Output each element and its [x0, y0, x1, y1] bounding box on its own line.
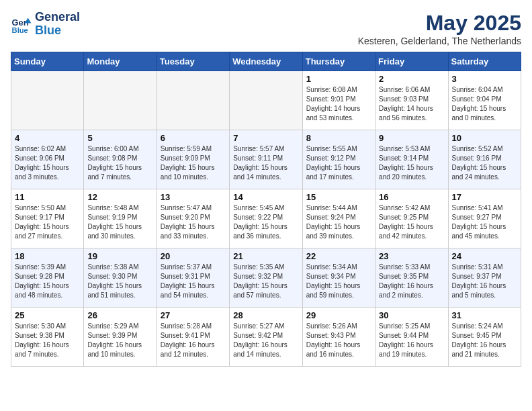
day-info: Sunrise: 5:50 AM Sunset: 9:17 PM Dayligh… [15, 203, 80, 241]
day-info: Sunrise: 5:35 AM Sunset: 9:32 PM Dayligh… [233, 263, 298, 300]
day-cell: 1Sunrise: 6:08 AM Sunset: 9:01 PM Daylig… [302, 71, 375, 130]
day-number: 13 [161, 192, 226, 202]
day-cell: 7Sunrise: 5:57 AM Sunset: 9:11 PM Daylig… [230, 130, 302, 189]
day-info: Sunrise: 5:25 AM Sunset: 9:44 PM Dayligh… [379, 322, 444, 359]
day-info: Sunrise: 5:33 AM Sunset: 9:35 PM Dayligh… [379, 263, 444, 300]
day-cell: 21Sunrise: 5:35 AM Sunset: 9:32 PM Dayli… [230, 248, 302, 308]
day-cell: 6Sunrise: 5:59 AM Sunset: 9:09 PM Daylig… [157, 130, 229, 189]
day-cell: 11Sunrise: 5:50 AM Sunset: 9:17 PM Dayli… [11, 189, 84, 248]
day-number: 26 [87, 310, 152, 320]
week-row-4: 18Sunrise: 5:39 AM Sunset: 9:28 PM Dayli… [11, 248, 521, 308]
day-info: Sunrise: 5:41 AM Sunset: 9:27 PM Dayligh… [452, 203, 517, 241]
logo-general: General [35, 11, 80, 24]
day-cell: 14Sunrise: 5:45 AM Sunset: 9:22 PM Dayli… [230, 189, 302, 248]
page-header: Gen Blue General Blue May 2025 Kesteren,… [11, 11, 521, 46]
day-cell [11, 71, 84, 130]
col-friday: Friday [375, 52, 448, 71]
day-number: 23 [379, 251, 444, 261]
day-number: 18 [15, 251, 80, 261]
day-cell: 18Sunrise: 5:39 AM Sunset: 9:28 PM Dayli… [11, 248, 84, 308]
day-number: 27 [161, 310, 226, 320]
day-number: 28 [233, 310, 298, 320]
logo-icon: Gen Blue [11, 13, 32, 35]
location: Kesteren, Gelderland, The Netherlands [358, 36, 521, 46]
svg-text:Blue: Blue [12, 26, 28, 34]
col-sunday: Sunday [11, 52, 84, 71]
day-number: 3 [452, 74, 517, 84]
day-info: Sunrise: 5:27 AM Sunset: 9:42 PM Dayligh… [233, 322, 298, 359]
day-info: Sunrise: 5:39 AM Sunset: 9:28 PM Dayligh… [15, 263, 80, 300]
day-cell: 23Sunrise: 5:33 AM Sunset: 9:35 PM Dayli… [375, 248, 448, 308]
day-info: Sunrise: 5:57 AM Sunset: 9:11 PM Dayligh… [233, 144, 298, 182]
day-number: 1 [306, 74, 371, 84]
day-cell: 13Sunrise: 5:47 AM Sunset: 9:20 PM Dayli… [157, 189, 229, 248]
calendar-header: SundayMondayTuesdayWednesdayThursdayFrid… [11, 52, 521, 71]
day-info: Sunrise: 5:59 AM Sunset: 9:09 PM Dayligh… [161, 144, 226, 182]
day-number: 24 [452, 251, 517, 261]
day-info: Sunrise: 6:04 AM Sunset: 9:04 PM Dayligh… [452, 85, 517, 123]
day-info: Sunrise: 5:53 AM Sunset: 9:14 PM Dayligh… [379, 144, 444, 182]
logo: Gen Blue General Blue [11, 11, 80, 38]
day-cell: 28Sunrise: 5:27 AM Sunset: 9:42 PM Dayli… [230, 308, 302, 367]
day-info: Sunrise: 5:45 AM Sunset: 9:22 PM Dayligh… [233, 203, 298, 241]
day-cell: 3Sunrise: 6:04 AM Sunset: 9:04 PM Daylig… [448, 71, 521, 130]
day-number: 12 [87, 192, 152, 202]
day-info: Sunrise: 6:06 AM Sunset: 9:03 PM Dayligh… [379, 85, 444, 123]
day-cell: 10Sunrise: 5:52 AM Sunset: 9:16 PM Dayli… [448, 130, 521, 189]
day-number: 5 [87, 133, 152, 143]
day-info: Sunrise: 5:31 AM Sunset: 9:37 PM Dayligh… [452, 263, 517, 300]
day-cell: 29Sunrise: 5:26 AM Sunset: 9:43 PM Dayli… [302, 308, 375, 367]
day-cell [230, 71, 302, 130]
day-number: 15 [306, 192, 371, 202]
day-cell: 26Sunrise: 5:29 AM Sunset: 9:39 PM Dayli… [84, 308, 157, 367]
col-monday: Monday [84, 52, 157, 71]
title-block: May 2025 Kesteren, Gelderland, The Nethe… [358, 11, 521, 46]
week-row-2: 4Sunrise: 6:02 AM Sunset: 9:06 PM Daylig… [11, 130, 521, 189]
day-cell: 16Sunrise: 5:42 AM Sunset: 9:25 PM Dayli… [375, 189, 448, 248]
col-wednesday: Wednesday [230, 52, 302, 71]
week-row-1: 1Sunrise: 6:08 AM Sunset: 9:01 PM Daylig… [11, 71, 521, 130]
day-info: Sunrise: 5:42 AM Sunset: 9:25 PM Dayligh… [379, 203, 444, 241]
day-cell: 4Sunrise: 6:02 AM Sunset: 9:06 PM Daylig… [11, 130, 84, 189]
day-cell: 5Sunrise: 6:00 AM Sunset: 9:08 PM Daylig… [84, 130, 157, 189]
day-info: Sunrise: 6:08 AM Sunset: 9:01 PM Dayligh… [306, 85, 371, 123]
day-number: 20 [161, 251, 226, 261]
day-cell: 24Sunrise: 5:31 AM Sunset: 9:37 PM Dayli… [448, 248, 521, 308]
day-cell: 15Sunrise: 5:44 AM Sunset: 9:24 PM Dayli… [302, 189, 375, 248]
day-info: Sunrise: 5:47 AM Sunset: 9:20 PM Dayligh… [161, 203, 226, 241]
day-number: 4 [15, 133, 80, 143]
month-title: May 2025 [358, 11, 521, 36]
day-info: Sunrise: 5:29 AM Sunset: 9:39 PM Dayligh… [87, 322, 152, 359]
logo-blue: Blue [35, 24, 80, 38]
day-info: Sunrise: 5:26 AM Sunset: 9:43 PM Dayligh… [306, 322, 371, 359]
day-info: Sunrise: 5:30 AM Sunset: 9:38 PM Dayligh… [15, 322, 80, 359]
day-number: 16 [379, 192, 444, 202]
col-thursday: Thursday [302, 52, 375, 71]
day-cell: 12Sunrise: 5:48 AM Sunset: 9:19 PM Dayli… [84, 189, 157, 248]
day-info: Sunrise: 5:48 AM Sunset: 9:19 PM Dayligh… [87, 203, 152, 241]
day-cell: 8Sunrise: 5:55 AM Sunset: 9:12 PM Daylig… [302, 130, 375, 189]
day-number: 9 [379, 133, 444, 143]
day-number: 7 [233, 133, 298, 143]
col-tuesday: Tuesday [157, 52, 229, 71]
day-cell: 17Sunrise: 5:41 AM Sunset: 9:27 PM Dayli… [448, 189, 521, 248]
col-saturday: Saturday [448, 52, 521, 71]
day-number: 30 [379, 310, 444, 320]
day-number: 6 [161, 133, 226, 143]
day-info: Sunrise: 5:34 AM Sunset: 9:34 PM Dayligh… [306, 263, 371, 300]
day-cell [157, 71, 229, 130]
day-number: 21 [233, 251, 298, 261]
calendar-table: SundayMondayTuesdayWednesdayThursdayFrid… [11, 52, 521, 367]
day-info: Sunrise: 6:02 AM Sunset: 9:06 PM Dayligh… [15, 144, 80, 182]
day-number: 10 [452, 133, 517, 143]
day-cell: 30Sunrise: 5:25 AM Sunset: 9:44 PM Dayli… [375, 308, 448, 367]
week-row-3: 11Sunrise: 5:50 AM Sunset: 9:17 PM Dayli… [11, 189, 521, 248]
day-number: 22 [306, 251, 371, 261]
day-info: Sunrise: 5:52 AM Sunset: 9:16 PM Dayligh… [452, 144, 517, 182]
day-info: Sunrise: 5:28 AM Sunset: 9:41 PM Dayligh… [161, 322, 226, 359]
day-cell: 20Sunrise: 5:37 AM Sunset: 9:31 PM Dayli… [157, 248, 229, 308]
day-cell: 2Sunrise: 6:06 AM Sunset: 9:03 PM Daylig… [375, 71, 448, 130]
day-info: Sunrise: 5:38 AM Sunset: 9:30 PM Dayligh… [87, 263, 152, 300]
week-row-5: 25Sunrise: 5:30 AM Sunset: 9:38 PM Dayli… [11, 308, 521, 367]
day-cell: 22Sunrise: 5:34 AM Sunset: 9:34 PM Dayli… [302, 248, 375, 308]
